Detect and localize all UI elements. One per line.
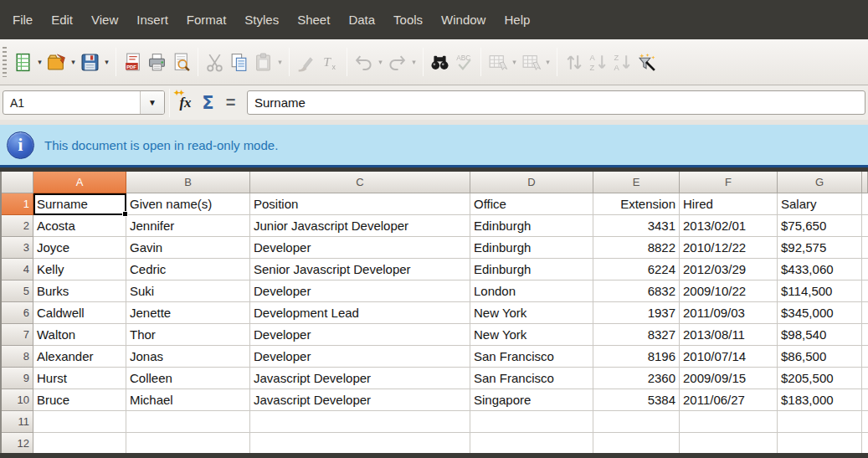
cell-E3[interactable]: 8822 (593, 237, 680, 259)
print-button[interactable] (145, 47, 169, 77)
column-header-C[interactable]: C (250, 172, 470, 193)
cell-E6[interactable]: 1937 (593, 302, 680, 324)
open-dropdown[interactable]: ▾ (69, 47, 78, 77)
cell-C9[interactable]: Javascript Developer (250, 368, 470, 389)
autofilter-button[interactable] (634, 47, 659, 77)
cell-B11[interactable] (126, 411, 250, 433)
cell-C4[interactable]: Senior Javascript Developer (250, 259, 470, 280)
cell-A11[interactable] (33, 411, 126, 433)
copy-button[interactable] (227, 47, 251, 77)
row-header-10[interactable]: 10 (2, 389, 33, 411)
cell-B4[interactable]: Cedric (126, 259, 250, 280)
cell-A9[interactable]: Hurst (33, 368, 126, 389)
cell-E7[interactable]: 8327 (593, 324, 680, 346)
cell-A7[interactable]: Walton (33, 324, 126, 346)
cell-H4[interactable] (862, 259, 868, 280)
cell-G1[interactable]: Salary (778, 193, 862, 215)
cell-F6[interactable]: 2011/09/03 (680, 302, 778, 324)
row-header-9[interactable]: 9 (2, 368, 33, 389)
cell-A4[interactable]: Kelly (33, 259, 126, 280)
cell-F10[interactable]: 2011/06/27 (680, 389, 778, 411)
column-header-B[interactable]: B (126, 172, 250, 193)
cell-D7[interactable]: New York (470, 324, 593, 346)
cell-D1[interactable]: Office (470, 193, 593, 215)
cell-C12[interactable] (250, 433, 470, 453)
cell-F7[interactable]: 2013/08/11 (680, 324, 778, 346)
cell-B3[interactable]: Gavin (126, 237, 250, 259)
cell-F3[interactable]: 2010/12/22 (680, 237, 778, 259)
cell-A2[interactable]: Acosta (33, 215, 126, 237)
cell-B1[interactable]: Given name(s) (126, 193, 250, 215)
menu-format[interactable]: Format (177, 8, 236, 32)
menu-help[interactable]: Help (495, 8, 539, 32)
cell-D11[interactable] (470, 411, 593, 433)
cell-A3[interactable]: Joyce (33, 237, 126, 259)
row-header-4[interactable]: 4 (2, 259, 33, 280)
menu-view[interactable]: View (82, 8, 127, 32)
save-dropdown[interactable]: ▾ (102, 47, 111, 77)
cell-G11[interactable] (778, 411, 862, 433)
cell-C1[interactable]: Position (250, 193, 470, 215)
new-document-button[interactable] (11, 47, 35, 77)
row-header-8[interactable]: 8 (2, 346, 33, 368)
export-pdf-button[interactable]: PDF (121, 47, 145, 77)
row-header-7[interactable]: 7 (2, 324, 33, 346)
cell-C8[interactable]: Developer (250, 346, 470, 368)
cell-H12[interactable] (862, 433, 868, 453)
row-header-12[interactable]: 12 (2, 433, 33, 453)
cell-B6[interactable]: Jenette (126, 302, 250, 324)
cell-A6[interactable]: Caldwell (33, 302, 126, 324)
cell-B10[interactable]: Michael (126, 389, 250, 411)
cell-F12[interactable] (680, 433, 778, 453)
cell-B7[interactable]: Thor (126, 324, 250, 346)
cell-C5[interactable]: Developer (250, 280, 470, 302)
find-replace-button[interactable] (428, 47, 452, 77)
cell-G8[interactable]: $86,500 (778, 346, 862, 368)
cell-H2[interactable] (862, 215, 868, 237)
name-box[interactable]: A1 ▼ (3, 90, 165, 115)
column-header-H[interactable] (862, 172, 868, 193)
cell-C2[interactable]: Junior Javascript Developer (250, 215, 470, 237)
name-box-dropdown[interactable]: ▼ (140, 91, 164, 114)
column-header-G[interactable]: G (778, 172, 862, 193)
row-header-1[interactable]: 1 (2, 193, 33, 215)
cell-G3[interactable]: $92,575 (778, 237, 862, 259)
toolbar-grip[interactable] (3, 47, 7, 77)
cell-F9[interactable]: 2009/09/15 (680, 368, 778, 389)
cell-A12[interactable] (33, 433, 126, 453)
row-header-3[interactable]: 3 (2, 237, 33, 259)
column-header-F[interactable]: F (680, 172, 778, 193)
function-wizard-button[interactable]: fx✦✦ (174, 90, 197, 116)
open-button[interactable] (44, 47, 69, 77)
cell-H11[interactable] (862, 411, 868, 433)
cell-E12[interactable] (593, 433, 680, 453)
cell-H10[interactable] (862, 389, 868, 411)
cell-D6[interactable]: New York (470, 302, 593, 324)
cell-F11[interactable] (680, 411, 778, 433)
new-document-dropdown[interactable]: ▾ (35, 47, 44, 77)
formula-button[interactable]: = (219, 90, 242, 116)
cell-D2[interactable]: Edinburgh (470, 215, 593, 237)
cell-G12[interactable] (778, 433, 862, 453)
cell-F2[interactable]: 2013/02/01 (680, 215, 778, 237)
column-header-A[interactable]: A (33, 172, 126, 193)
cell-E10[interactable]: 5384 (593, 389, 680, 411)
cell-B5[interactable]: Suki (126, 280, 250, 302)
row-header-6[interactable]: 6 (2, 302, 33, 324)
column-header-E[interactable]: E (593, 172, 680, 193)
cell-F1[interactable]: Hired (680, 193, 778, 215)
row-header-2[interactable]: 2 (2, 215, 33, 237)
cell-F5[interactable]: 2009/10/22 (680, 280, 778, 302)
cell-H7[interactable] (862, 324, 868, 346)
cell-D3[interactable]: Edinburgh (470, 237, 593, 259)
cell-B12[interactable] (126, 433, 250, 453)
formula-input[interactable]: Surname (247, 90, 865, 115)
cell-G4[interactable]: $433,060 (778, 259, 862, 280)
cell-G6[interactable]: $345,000 (778, 302, 862, 324)
cell-A5[interactable]: Burks (33, 280, 126, 302)
menu-sheet[interactable]: Sheet (288, 8, 339, 32)
cell-D12[interactable] (470, 433, 593, 453)
cell-G10[interactable]: $183,000 (778, 389, 862, 411)
cell-G7[interactable]: $98,540 (778, 324, 862, 346)
cell-E1[interactable]: Extension (593, 193, 680, 215)
